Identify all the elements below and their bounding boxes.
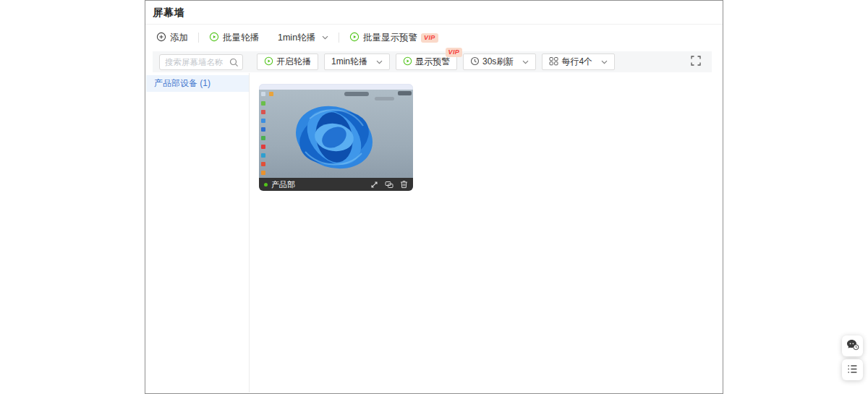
sidebar-group-label: 产品部设备 (1): [154, 78, 210, 88]
expand-icon[interactable]: [370, 181, 378, 189]
batch-carousel-label: 批量轮播: [223, 32, 259, 44]
carousel-interval-value: 1min轮播: [331, 56, 367, 68]
device-name: 产品部: [271, 178, 295, 191]
chevron-down-icon: [601, 60, 608, 64]
support-chat-button[interactable]: [842, 335, 863, 356]
start-carousel-label: 开启轮播: [276, 56, 311, 68]
plus-circle-icon: [156, 32, 166, 44]
per-row-select[interactable]: 每行4个: [542, 53, 615, 70]
fullscreen-icon: [691, 56, 701, 69]
device-card[interactable]: 产品部: [259, 84, 413, 191]
device-card-actions: [370, 180, 408, 189]
alert-preview-label: 显示预警: [415, 56, 450, 68]
play-circle-icon: [264, 56, 273, 68]
device-card-bar: 产品部: [259, 178, 413, 191]
start-carousel-button[interactable]: 开启轮播: [257, 53, 318, 70]
refresh-interval-value: 30s刷新: [482, 56, 514, 68]
list-icon: [847, 364, 858, 377]
page-title: 屏幕墙: [153, 7, 185, 18]
batch-alert-preview-button[interactable]: 批量显示预警 VIP: [349, 32, 438, 44]
grid-layout-icon: [549, 56, 558, 68]
add-button-label: 添加: [170, 32, 188, 44]
device-list-button[interactable]: [842, 359, 863, 380]
alert-preview-button[interactable]: 显示预警 VIP: [396, 53, 457, 70]
screen-wall-page: 屏幕墙 添加 批量轮播 1min轮播: [0, 0, 868, 394]
sidebar-item-product-group[interactable]: 产品部设备 (1): [146, 75, 249, 92]
switch-screen-icon[interactable]: [385, 181, 393, 189]
screen-wall-panel: 屏幕墙 添加 批量轮播 1min轮播: [145, 0, 723, 394]
chat-icon: [846, 339, 859, 354]
fullscreen-button[interactable]: [686, 53, 705, 72]
search-box: [159, 54, 243, 70]
carousel-interval-value: 1min轮播: [278, 32, 315, 44]
chevron-down-icon: [522, 60, 529, 64]
trash-icon[interactable]: [400, 180, 408, 189]
primary-toolbar: 添加 批量轮播 1min轮播 批量显示预: [145, 25, 723, 51]
online-status-dot: [264, 183, 268, 187]
panel-header: 屏幕墙: [145, 1, 723, 25]
toolbar-divider: [339, 33, 339, 43]
clock-icon: [470, 56, 480, 68]
play-circle-icon: [403, 56, 412, 68]
vip-badge: VIP: [446, 48, 462, 57]
search-icon[interactable]: [229, 57, 239, 70]
device-group-sidebar: 产品部设备 (1): [146, 73, 250, 393]
per-row-value: 每行4个: [561, 56, 592, 68]
device-screen-thumbnail: [259, 90, 413, 178]
toolbar-divider: [198, 33, 199, 43]
play-circle-icon: [349, 32, 359, 44]
add-button[interactable]: 添加: [156, 32, 188, 44]
carousel-interval-dropdown[interactable]: 1min轮播: [278, 32, 328, 44]
vip-badge: VIP: [421, 33, 438, 43]
batch-alert-preview-label: 批量显示预警: [363, 32, 417, 44]
carousel-interval-select[interactable]: 1min轮播: [324, 53, 390, 70]
secondary-toolbar: 开启轮播 1min轮播 显示预警 VIP 30s刷新: [153, 51, 712, 72]
refresh-interval-select[interactable]: 30s刷新: [463, 53, 536, 70]
batch-carousel-button[interactable]: 批量轮播: [209, 32, 259, 44]
play-circle-icon: [209, 32, 219, 44]
chevron-down-icon: [322, 35, 328, 40]
chevron-down-icon: [376, 60, 383, 64]
